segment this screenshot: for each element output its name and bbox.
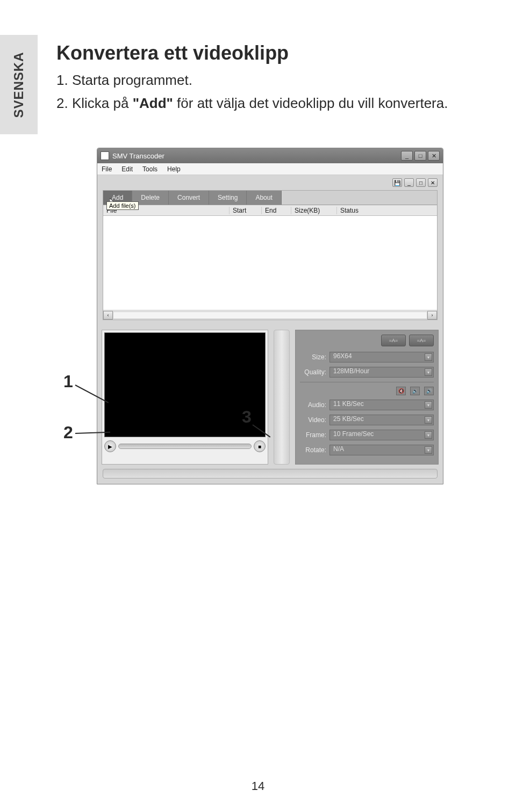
preview-panel: ▶ ■ bbox=[102, 330, 268, 465]
chevron-down-icon: ▾ bbox=[425, 353, 432, 361]
step-1-num: 1. bbox=[56, 72, 68, 88]
divider-strip bbox=[274, 330, 290, 465]
app-icon bbox=[101, 151, 109, 160]
menu-help[interactable]: Help bbox=[167, 165, 181, 173]
language-label: SVENSKA bbox=[11, 52, 26, 118]
settings-divider bbox=[300, 382, 434, 382]
app-window: SMV Transcoder _ □ ✕ File Edit Tools Hel… bbox=[97, 148, 443, 484]
vol-down-icon[interactable]: 🔉 bbox=[410, 387, 420, 395]
step-2-post: för att välja det videoklipp du vill kon… bbox=[173, 95, 448, 111]
menu-edit[interactable]: Edit bbox=[121, 165, 133, 173]
video-label: Video: bbox=[300, 416, 329, 424]
audio-select[interactable]: 11 KB/Sec▾ bbox=[329, 400, 434, 410]
setting-tab[interactable]: Setting bbox=[209, 191, 247, 205]
chevron-down-icon: ▾ bbox=[425, 446, 432, 454]
window-title: SMV Transcoder bbox=[112, 152, 401, 160]
file-list bbox=[103, 216, 437, 310]
titlebar: SMV Transcoder _ □ ✕ bbox=[97, 148, 443, 163]
audio-icons: 🔇 🔉 🔊 bbox=[300, 387, 434, 395]
language-tab: SVENSKA bbox=[0, 35, 38, 134]
col-size[interactable]: Size(KB) bbox=[291, 207, 337, 214]
chevron-down-icon: ▾ bbox=[425, 368, 432, 376]
quality-row: Quality: 128MB/Hour▾ bbox=[300, 367, 434, 378]
minimize-button[interactable]: _ bbox=[401, 151, 413, 161]
aspect-icons: =A= =A= bbox=[300, 335, 434, 346]
scroll-left-icon[interactable]: ‹ bbox=[103, 311, 113, 320]
col-status[interactable]: Status bbox=[337, 207, 437, 214]
quality-label: Quality: bbox=[300, 368, 329, 376]
about-tab[interactable]: About bbox=[247, 191, 281, 205]
scroll-track[interactable] bbox=[113, 311, 427, 319]
menu-tools[interactable]: Tools bbox=[142, 165, 157, 173]
audio-row: Audio: 11 KB/Sec▾ bbox=[300, 400, 434, 410]
mini-close-icon[interactable]: ✕ bbox=[428, 178, 438, 187]
mark-end-button[interactable]: ■ bbox=[254, 440, 266, 452]
convert-tab[interactable]: Convert bbox=[169, 191, 209, 205]
quality-select[interactable]: 128MB/Hour▾ bbox=[329, 367, 434, 378]
aspect-a-icon[interactable]: =A= bbox=[381, 335, 406, 346]
frame-select[interactable]: 10 Frame/Sec▾ bbox=[329, 430, 434, 440]
size-select[interactable]: 96X64▾ bbox=[329, 352, 434, 363]
step-2: 2. Klicka på "Add" för att välja det vid… bbox=[56, 93, 484, 114]
maximize-button[interactable]: □ bbox=[414, 151, 426, 161]
page-number: 14 bbox=[0, 779, 516, 793]
scroll-right-icon[interactable]: › bbox=[427, 311, 437, 320]
step-2-pre: Klicka på bbox=[72, 95, 133, 111]
lower-panel: ▶ ■ =A= =A= Size: 96X64▾ Quality: 128MB/… bbox=[97, 325, 443, 469]
chevron-down-icon: ▾ bbox=[425, 431, 432, 439]
close-button[interactable]: ✕ bbox=[428, 151, 440, 161]
progress-bar bbox=[103, 469, 438, 479]
window-controls: _ □ ✕ bbox=[401, 151, 440, 161]
add-tooltip: Add file(s) bbox=[106, 201, 139, 210]
callout-2: 2 bbox=[63, 423, 73, 443]
menu-file[interactable]: File bbox=[102, 165, 112, 173]
rotate-label: Rotate: bbox=[300, 446, 329, 454]
video-row: Video: 25 KB/Sec▾ bbox=[300, 415, 434, 425]
size-row: Size: 96X64▾ bbox=[300, 352, 434, 363]
callout-1: 1 bbox=[63, 372, 73, 392]
upper-toolbar: 💾 _ □ ✕ bbox=[97, 175, 443, 190]
callout-3: 3 bbox=[242, 407, 252, 427]
mute-icon[interactable]: 🔇 bbox=[396, 387, 406, 395]
step-2-num: 2. bbox=[56, 95, 68, 111]
seek-bar[interactable] bbox=[118, 444, 252, 449]
step-1-text: Starta programmet. bbox=[72, 72, 192, 88]
save-icon[interactable]: 💾 bbox=[392, 178, 402, 187]
step-1: 1. Starta programmet. bbox=[56, 70, 484, 91]
aspect-b-icon[interactable]: =A= bbox=[409, 335, 434, 346]
vol-up-icon[interactable]: 🔊 bbox=[424, 387, 434, 395]
frame-label: Frame: bbox=[300, 431, 329, 439]
col-end[interactable]: End bbox=[262, 207, 291, 214]
video-select[interactable]: 25 KB/Sec▾ bbox=[329, 415, 434, 425]
player-controls: ▶ ■ bbox=[104, 440, 266, 452]
column-headers: File Start End Size(KB) Status bbox=[103, 205, 437, 216]
chevron-down-icon: ▾ bbox=[425, 416, 432, 424]
audio-label: Audio: bbox=[300, 401, 329, 409]
add-tab-label: Add bbox=[112, 194, 123, 201]
mini-maximize-icon[interactable]: □ bbox=[416, 178, 426, 187]
mini-minimize-icon[interactable]: _ bbox=[404, 178, 414, 187]
app-screenshot: SMV Transcoder _ □ ✕ File Edit Tools Hel… bbox=[97, 148, 443, 484]
action-tabs: Add Add file(s) Delete Convert Setting A… bbox=[103, 191, 437, 205]
rotate-row: Rotate: N/A▾ bbox=[300, 445, 434, 455]
h-scrollbar[interactable]: ‹ › bbox=[103, 310, 437, 320]
menubar: File Edit Tools Help bbox=[97, 163, 443, 175]
play-button[interactable]: ▶ bbox=[104, 440, 116, 452]
page-heading: Konvertera ett videoklipp bbox=[56, 42, 484, 64]
col-start[interactable]: Start bbox=[230, 207, 262, 214]
step-2-bold: "Add" bbox=[133, 95, 173, 111]
frame-row: Frame: 10 Frame/Sec▾ bbox=[300, 430, 434, 440]
file-panel: Add Add file(s) Delete Convert Setting A… bbox=[103, 190, 438, 320]
settings-panel: =A= =A= Size: 96X64▾ Quality: 128MB/Hour… bbox=[295, 330, 439, 465]
rotate-select[interactable]: N/A▾ bbox=[329, 445, 434, 455]
content-area: Konvertera ett videoklipp 1. Starta prog… bbox=[56, 42, 484, 116]
add-tab[interactable]: Add Add file(s) bbox=[103, 191, 132, 205]
size-label: Size: bbox=[300, 353, 329, 361]
chevron-down-icon: ▾ bbox=[425, 401, 432, 409]
video-preview bbox=[104, 332, 266, 437]
